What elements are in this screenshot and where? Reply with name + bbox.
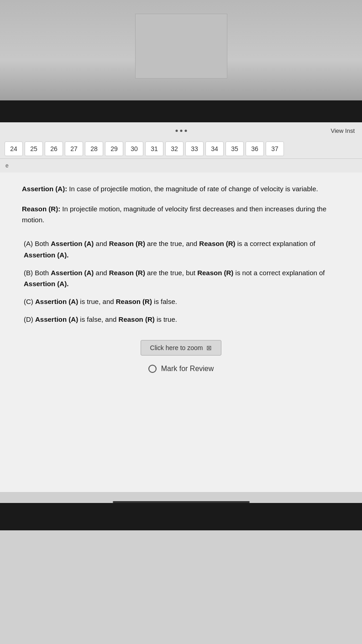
toolbar-bar: View Inst <box>0 122 362 139</box>
q-num-27[interactable]: 27 <box>65 141 83 156</box>
q-num-26[interactable]: 26 <box>45 141 63 156</box>
option-d[interactable]: (D) Assertion (A) is false, and Reason (… <box>22 314 340 325</box>
zoom-button-area: Click here to zoom ⊠ <box>22 340 340 356</box>
view-instructions-link[interactable]: View Inst <box>331 127 355 134</box>
mark-for-review-area: Mark for Review <box>22 365 340 373</box>
question-content-area: Assertion (A): In case of projectile mot… <box>0 173 362 492</box>
q-num-25[interactable]: 25 <box>25 141 43 156</box>
q-num-24[interactable]: 24 <box>5 141 23 156</box>
very-bottom-bar <box>0 503 362 530</box>
q-num-29[interactable]: 29 <box>105 141 123 156</box>
q-num-32[interactable]: 32 <box>165 141 184 156</box>
zoom-icon: ⊠ <box>206 344 212 351</box>
reason-text: Reason (R): In projectile motion, magnit… <box>22 204 340 225</box>
assertion-text: Assertion (A): In case of projectile mot… <box>22 183 340 194</box>
options-list: (A) Both Assertion (A) and Reason (R) ar… <box>22 238 340 325</box>
q-num-31[interactable]: 31 <box>145 141 163 156</box>
q-num-36[interactable]: 36 <box>246 141 264 156</box>
zoom-button[interactable]: Click here to zoom ⊠ <box>141 340 222 356</box>
mark-for-review-checkbox[interactable] <box>148 365 157 373</box>
q-num-30[interactable]: 30 <box>125 141 143 156</box>
q-num-35[interactable]: 35 <box>226 141 244 156</box>
option-c[interactable]: (C) Assertion (A) is true, and Reason (R… <box>22 296 340 308</box>
dark-divider-bar <box>0 100 362 122</box>
q-num-28[interactable]: 28 <box>85 141 103 156</box>
option-a[interactable]: (A) Both Assertion (A) and Reason (R) ar… <box>22 238 340 261</box>
dot-icon-3 <box>184 130 187 132</box>
assertion-body: In case of projectile motion, the magnit… <box>69 185 318 193</box>
mark-for-review-label: Mark for Review <box>161 365 214 373</box>
option-b[interactable]: (B) Both Assertion (A) and Reason (R) ar… <box>22 267 340 290</box>
reason-body: In projectile motion, magnitude of veloc… <box>22 205 326 224</box>
assertion-label: Assertion (A): <box>22 185 67 193</box>
q-num-34[interactable]: 34 <box>205 141 224 156</box>
camera-preview-area <box>0 0 362 100</box>
bottom-line-area <box>0 492 362 503</box>
dot-icon-1 <box>175 130 178 132</box>
reason-label: Reason (R): <box>22 205 60 213</box>
question-numbers-bar: 24 25 26 27 28 29 30 31 32 33 34 35 36 3… <box>0 139 362 159</box>
q-num-33[interactable]: 33 <box>185 141 204 156</box>
dot-icon-2 <box>180 130 182 132</box>
bottom-divider-line <box>113 501 250 503</box>
zoom-button-label: Click here to zoom <box>150 344 203 351</box>
q-num-37[interactable]: 37 <box>266 141 284 156</box>
side-label: e <box>0 159 362 173</box>
